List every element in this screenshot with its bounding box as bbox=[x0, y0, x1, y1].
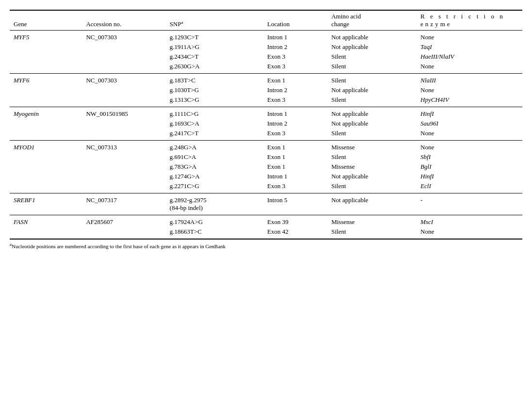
cell-location: Exon 3 bbox=[263, 62, 327, 74]
cell-restriction: BglI bbox=[417, 162, 522, 172]
table-row: g.691C>AExon 1SilentSbfI bbox=[10, 152, 522, 162]
col-header-accession: Accession no. bbox=[82, 10, 165, 31]
cell-location: Intron 2 bbox=[263, 42, 327, 52]
cell-snp: g.1111C>G bbox=[166, 107, 263, 119]
cell-restriction: None bbox=[417, 85, 522, 95]
table-row: g.783G>AExon 1MissenseBglI bbox=[10, 162, 522, 172]
cell-location: Intron 5 bbox=[263, 193, 327, 215]
cell-accession bbox=[82, 152, 165, 162]
cell-location: Exon 1 bbox=[263, 141, 327, 153]
cell-gene bbox=[10, 172, 82, 181]
cell-accession: NC_007303 bbox=[82, 31, 165, 43]
cell-snp: g.1911A>G bbox=[166, 42, 263, 52]
cell-accession bbox=[82, 85, 165, 95]
cell-accession bbox=[82, 172, 165, 181]
restriction-enzyme-name: EclI bbox=[420, 182, 431, 190]
footnote-superscript: a bbox=[10, 242, 12, 247]
cell-gene bbox=[10, 52, 82, 62]
restriction-enzyme-name: TaqI bbox=[420, 43, 432, 50]
table-row: MyogeninNW_001501985g.1111C>GIntron 1Not… bbox=[10, 107, 522, 119]
cell-accession bbox=[82, 62, 165, 74]
cell-amino: Not applicable bbox=[327, 85, 417, 95]
cell-snp: g.183T>C bbox=[166, 74, 263, 86]
cell-location: Intron 1 bbox=[263, 107, 327, 119]
cell-restriction: None bbox=[417, 227, 522, 239]
cell-snp: g.1030T>G bbox=[166, 85, 263, 95]
cell-location: Exon 1 bbox=[263, 152, 327, 162]
cell-accession bbox=[82, 119, 165, 128]
restriction-enzyme-name: SbfI bbox=[420, 153, 431, 160]
cell-gene bbox=[10, 128, 82, 141]
gene-name: MYOD1 bbox=[14, 144, 34, 151]
table-row: g.2630G>AExon 3SilentNone bbox=[10, 62, 522, 74]
cell-amino: Not applicable bbox=[327, 172, 417, 181]
cell-location: Exon 1 bbox=[263, 74, 327, 86]
cell-amino: Silent bbox=[327, 74, 417, 86]
cell-restriction: - bbox=[417, 193, 522, 215]
cell-location: Intron 1 bbox=[263, 172, 327, 181]
restriction-enzyme-name: HinfI bbox=[420, 173, 434, 180]
cell-accession: NC_007313 bbox=[82, 141, 165, 153]
cell-amino: Silent bbox=[327, 181, 417, 193]
cell-snp: g.2417C>T bbox=[166, 128, 263, 141]
cell-restriction: NlaIII bbox=[417, 74, 522, 86]
restriction-enzyme-name: HpyCH4IV bbox=[420, 96, 449, 103]
cell-gene: Myogenin bbox=[10, 107, 82, 119]
restriction-enzyme-name: Sau96I bbox=[420, 120, 438, 127]
col-header-gene: Gene bbox=[10, 10, 82, 31]
cell-location: Exon 42 bbox=[263, 227, 327, 239]
restriction-enzyme-name: NlaIII bbox=[420, 77, 436, 84]
table-row: MYF6NC_007303g.183T>CExon 1SilentNlaIII bbox=[10, 74, 522, 86]
cell-gene: FASN bbox=[10, 215, 82, 227]
cell-amino: Silent bbox=[327, 52, 417, 62]
cell-gene bbox=[10, 152, 82, 162]
cell-restriction: None bbox=[417, 31, 522, 43]
cell-snp: g.1293C>T bbox=[166, 31, 263, 43]
col-header-location: Location bbox=[263, 10, 327, 31]
main-table-container: Gene Accession no. SNPa Location Amino a… bbox=[10, 10, 522, 250]
cell-location: Intron 1 bbox=[263, 31, 327, 43]
cell-accession: NC_007303 bbox=[82, 74, 165, 86]
cell-amino: Silent bbox=[327, 95, 417, 107]
cell-snp: g.1313C>G bbox=[166, 95, 263, 107]
cell-snp: g.783G>A bbox=[166, 162, 263, 172]
cell-restriction: Sau96I bbox=[417, 119, 522, 128]
cell-accession bbox=[82, 181, 165, 193]
col-header-snp: SNPa bbox=[166, 10, 263, 31]
cell-gene bbox=[10, 85, 82, 95]
cell-snp: g.17924A>G bbox=[166, 215, 263, 227]
cell-gene: MYOD1 bbox=[10, 141, 82, 153]
cell-amino: Silent bbox=[327, 128, 417, 141]
cell-restriction: None bbox=[417, 141, 522, 153]
cell-accession bbox=[82, 95, 165, 107]
cell-snp: g.2630G>A bbox=[166, 62, 263, 74]
restriction-enzyme-name: HaeIII/NlaIV bbox=[420, 53, 454, 60]
restriction-enzyme-name: HinfI bbox=[420, 110, 434, 117]
cell-snp: g.2892-g.2975(84-bp indel) bbox=[166, 193, 263, 215]
table-row: g.18663T>CExon 42SilentNone bbox=[10, 227, 522, 239]
cell-gene bbox=[10, 119, 82, 128]
gene-name: Myogenin bbox=[14, 110, 39, 117]
cell-amino: Not applicable bbox=[327, 193, 417, 215]
cell-restriction: TaqI bbox=[417, 42, 522, 52]
cell-gene bbox=[10, 62, 82, 74]
cell-gene bbox=[10, 95, 82, 107]
cell-restriction: EclI bbox=[417, 181, 522, 193]
cell-location: Exon 39 bbox=[263, 215, 327, 227]
cell-restriction: HpyCH4IV bbox=[417, 95, 522, 107]
table-row: SREBF1NC_007317g.2892-g.2975(84-bp indel… bbox=[10, 193, 522, 215]
cell-amino: Silent bbox=[327, 152, 417, 162]
gene-name: FASN bbox=[14, 218, 28, 225]
cell-amino: Silent bbox=[327, 227, 417, 239]
cell-gene: MYF5 bbox=[10, 31, 82, 43]
cell-restriction: HaeIII/NlaIV bbox=[417, 52, 522, 62]
cell-gene: MYF6 bbox=[10, 74, 82, 86]
col-header-amino: Amino acidchange bbox=[327, 10, 417, 31]
table-row: g.2271C>GExon 3SilentEclI bbox=[10, 181, 522, 193]
cell-snp: g.1274G>A bbox=[166, 172, 263, 181]
table-row: g.2417C>TExon 3SilentNone bbox=[10, 128, 522, 141]
cell-amino: Missense bbox=[327, 141, 417, 153]
cell-restriction: None bbox=[417, 128, 522, 141]
cell-restriction: MscI bbox=[417, 215, 522, 227]
cell-snp: g.691C>A bbox=[166, 152, 263, 162]
